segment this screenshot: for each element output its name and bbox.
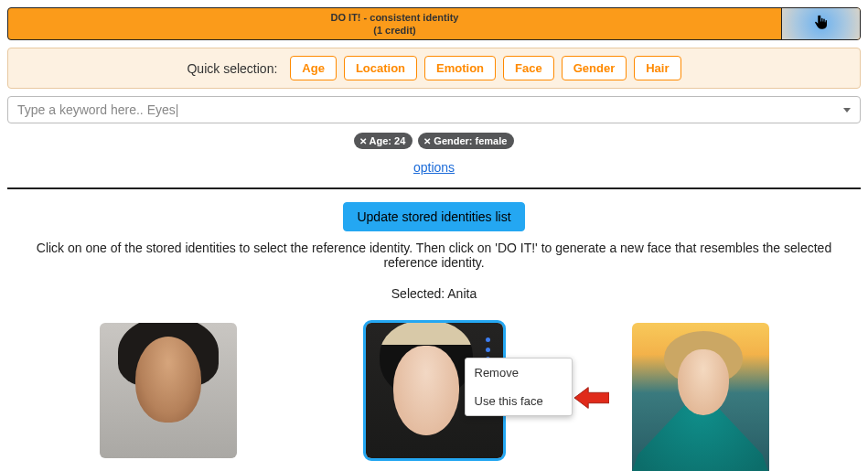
do-it-title-block: DO IT! - consistent identity (1 credit): [8, 8, 781, 39]
tags-row: ✕ Age: 24 ✕ Gender: female: [7, 133, 861, 149]
do-it-title: DO IT! - consistent identity: [331, 11, 459, 24]
do-it-bar: DO IT! - consistent identity (1 credit): [7, 7, 861, 40]
identity-card-1[interactable]: [100, 323, 237, 458]
keyword-input[interactable]: Type a keyword here.. Eyes|: [7, 96, 861, 123]
selected-row: Selected: Anita: [7, 286, 861, 301]
menu-item-use-this-face[interactable]: Use this face: [466, 387, 572, 415]
tag-gender[interactable]: ✕ Gender: female: [418, 133, 514, 149]
chip-location[interactable]: Location: [344, 56, 417, 80]
pointer-icon: [813, 15, 830, 34]
tutorial-arrow-icon: [574, 385, 609, 411]
menu-item-remove[interactable]: Remove: [466, 359, 572, 387]
instruction-text: Click on one of the stored identities to…: [7, 241, 861, 270]
identity-thumbnail: [100, 323, 237, 458]
identity-cards: Remove Use this face: [7, 323, 861, 471]
identity-card-3[interactable]: [632, 323, 769, 471]
chevron-down-icon: [843, 108, 851, 112]
context-menu: Remove Use this face: [465, 358, 573, 416]
do-it-button[interactable]: [781, 8, 860, 39]
options-link[interactable]: options: [413, 160, 455, 175]
divider: [7, 187, 861, 189]
close-icon: ✕: [359, 136, 367, 146]
tag-label: Gender: female: [434, 135, 507, 146]
selected-prefix: Selected:: [391, 286, 448, 301]
selected-name: Anita: [447, 286, 477, 301]
update-identities-button[interactable]: Update stored identities list: [343, 202, 524, 231]
quick-selection-label: Quick selection:: [187, 61, 277, 76]
chip-age[interactable]: Age: [290, 56, 337, 80]
tag-label: Age: 24: [370, 135, 406, 146]
quick-selection-row: Quick selection: Age Location Emotion Fa…: [7, 48, 861, 89]
close-icon: ✕: [423, 136, 431, 146]
identity-thumbnail: [632, 323, 769, 471]
chip-gender[interactable]: Gender: [562, 56, 627, 80]
do-it-credit: (1 credit): [373, 24, 415, 37]
identity-card-2-selected[interactable]: Remove Use this face: [366, 323, 503, 458]
update-row: Update stored identities list: [7, 202, 861, 231]
tag-age[interactable]: ✕ Age: 24: [354, 133, 413, 149]
chip-face[interactable]: Face: [503, 56, 554, 80]
options-row: options: [7, 160, 861, 175]
chip-hair[interactable]: Hair: [634, 56, 680, 80]
chip-emotion[interactable]: Emotion: [424, 56, 496, 80]
keyword-placeholder: Type a keyword here.. Eyes|: [17, 102, 838, 117]
